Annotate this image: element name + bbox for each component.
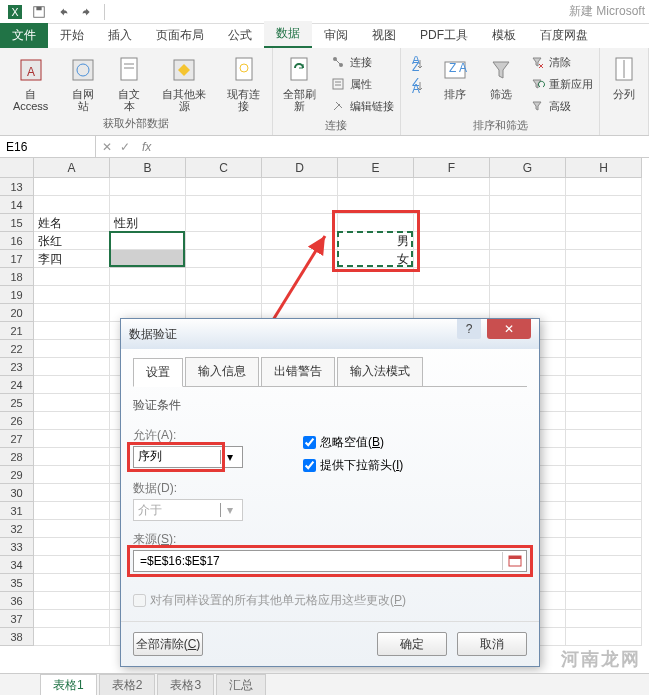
- cell-H17[interactable]: [566, 250, 642, 268]
- row-header[interactable]: 17: [0, 250, 34, 268]
- range-picker-icon[interactable]: [502, 552, 526, 570]
- row-header[interactable]: 38: [0, 628, 34, 646]
- clear-filter-button[interactable]: 清除: [525, 52, 597, 72]
- cell-A24[interactable]: [34, 376, 110, 394]
- tab-data[interactable]: 数据: [264, 21, 312, 48]
- cell-A38[interactable]: [34, 628, 110, 646]
- cell-G18[interactable]: [490, 268, 566, 286]
- cell-H33[interactable]: [566, 538, 642, 556]
- row-header[interactable]: 29: [0, 466, 34, 484]
- cell-B15[interactable]: 性别: [110, 214, 186, 232]
- from-text-button[interactable]: 自文本: [107, 52, 151, 114]
- clear-all-button[interactable]: 全部清除(C): [133, 632, 203, 656]
- cell-F13[interactable]: [414, 178, 490, 196]
- from-access-button[interactable]: A自 Access: [2, 52, 59, 114]
- existing-connections-button[interactable]: 现有连接: [218, 52, 270, 114]
- sheet-tab-3[interactable]: 表格3: [157, 674, 214, 696]
- filter-button[interactable]: 筛选: [479, 52, 523, 102]
- cell-A27[interactable]: [34, 430, 110, 448]
- save-icon[interactable]: [28, 2, 50, 22]
- cell-A23[interactable]: [34, 358, 110, 376]
- cell-E19[interactable]: [338, 286, 414, 304]
- cell-C13[interactable]: [186, 178, 262, 196]
- cell-F15[interactable]: [414, 214, 490, 232]
- cell-A37[interactable]: [34, 610, 110, 628]
- cell-H15[interactable]: [566, 214, 642, 232]
- tab-pdf[interactable]: PDF工具: [408, 23, 480, 48]
- cell-H14[interactable]: [566, 196, 642, 214]
- cell-A29[interactable]: [34, 466, 110, 484]
- cell-D14[interactable]: [262, 196, 338, 214]
- cell-A31[interactable]: [34, 502, 110, 520]
- row-header[interactable]: 33: [0, 538, 34, 556]
- sort-button[interactable]: Z A排序: [433, 52, 477, 102]
- tab-baidu[interactable]: 百度网盘: [528, 23, 600, 48]
- cell-H20[interactable]: [566, 304, 642, 322]
- row-header[interactable]: 27: [0, 430, 34, 448]
- cell-H27[interactable]: [566, 430, 642, 448]
- col-header[interactable]: E: [338, 158, 414, 178]
- col-header[interactable]: F: [414, 158, 490, 178]
- cell-F19[interactable]: [414, 286, 490, 304]
- row-header[interactable]: 23: [0, 358, 34, 376]
- cell-A30[interactable]: [34, 484, 110, 502]
- accept-formula-icon[interactable]: ✓: [120, 140, 130, 154]
- cell-H28[interactable]: [566, 448, 642, 466]
- source-input[interactable]: [134, 554, 502, 568]
- dialog-tab-error[interactable]: 出错警告: [261, 357, 335, 386]
- cell-C16[interactable]: [186, 232, 262, 250]
- cell-H18[interactable]: [566, 268, 642, 286]
- cell-C17[interactable]: [186, 250, 262, 268]
- cell-A19[interactable]: [34, 286, 110, 304]
- cell-G17[interactable]: [490, 250, 566, 268]
- ok-button[interactable]: 确定: [377, 632, 447, 656]
- cell-H32[interactable]: [566, 520, 642, 538]
- cell-D15[interactable]: [262, 214, 338, 232]
- dropdown-checkbox[interactable]: 提供下拉箭头(I): [303, 457, 403, 474]
- connections-button[interactable]: 连接: [326, 52, 398, 72]
- cell-H21[interactable]: [566, 322, 642, 340]
- cell-H38[interactable]: [566, 628, 642, 646]
- cell-H34[interactable]: [566, 556, 642, 574]
- from-other-button[interactable]: 自其他来源: [153, 52, 215, 114]
- cell-H31[interactable]: [566, 502, 642, 520]
- cell-H25[interactable]: [566, 394, 642, 412]
- row-header[interactable]: 22: [0, 340, 34, 358]
- cell-A33[interactable]: [34, 538, 110, 556]
- dialog-help-button[interactable]: ?: [457, 319, 481, 339]
- cell-H24[interactable]: [566, 376, 642, 394]
- cell-G15[interactable]: [490, 214, 566, 232]
- properties-button[interactable]: 属性: [326, 74, 398, 94]
- cell-A25[interactable]: [34, 394, 110, 412]
- fx-icon[interactable]: fx: [136, 140, 157, 154]
- cell-D13[interactable]: [262, 178, 338, 196]
- cell-A34[interactable]: [34, 556, 110, 574]
- advanced-button[interactable]: 高级: [525, 96, 597, 116]
- dialog-tab-ime[interactable]: 输入法模式: [337, 357, 423, 386]
- dialog-tab-input[interactable]: 输入信息: [185, 357, 259, 386]
- cell-A36[interactable]: [34, 592, 110, 610]
- cell-B14[interactable]: [110, 196, 186, 214]
- row-header[interactable]: 28: [0, 448, 34, 466]
- cell-B18[interactable]: [110, 268, 186, 286]
- cell-H26[interactable]: [566, 412, 642, 430]
- cell-A13[interactable]: [34, 178, 110, 196]
- cell-E15[interactable]: [338, 214, 414, 232]
- cell-A21[interactable]: [34, 322, 110, 340]
- row-header[interactable]: 15: [0, 214, 34, 232]
- cell-D18[interactable]: [262, 268, 338, 286]
- row-header[interactable]: 13: [0, 178, 34, 196]
- cell-H37[interactable]: [566, 610, 642, 628]
- cell-B19[interactable]: [110, 286, 186, 304]
- cell-H13[interactable]: [566, 178, 642, 196]
- cell-A20[interactable]: [34, 304, 110, 322]
- cancel-button[interactable]: 取消: [457, 632, 527, 656]
- dialog-close-button[interactable]: ✕: [487, 319, 531, 339]
- row-header[interactable]: 34: [0, 556, 34, 574]
- cell-E14[interactable]: [338, 196, 414, 214]
- cell-C14[interactable]: [186, 196, 262, 214]
- cell-A15[interactable]: 姓名: [34, 214, 110, 232]
- cell-A26[interactable]: [34, 412, 110, 430]
- apply-all-checkbox[interactable]: 对有同样设置的所有其他单元格应用这些更改(P): [133, 592, 527, 609]
- cell-A35[interactable]: [34, 574, 110, 592]
